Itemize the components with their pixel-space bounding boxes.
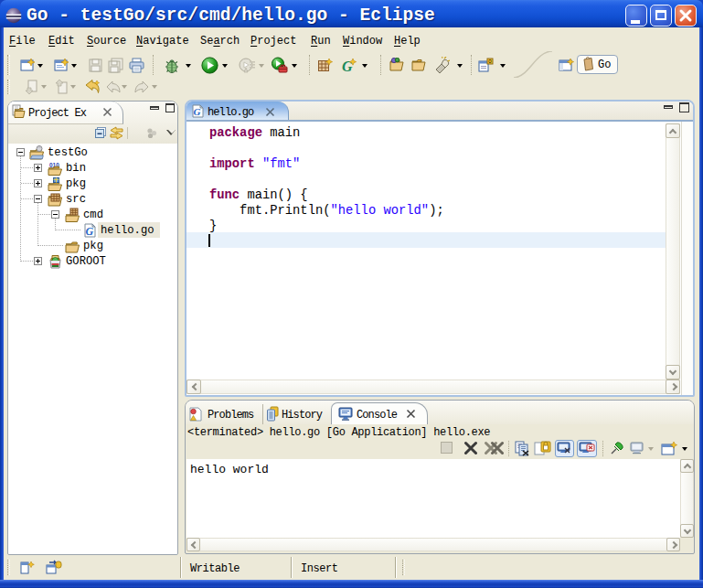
svg-text:G: G <box>194 106 201 117</box>
svg-text:G: G <box>342 59 353 74</box>
svg-text:G: G <box>86 225 94 238</box>
